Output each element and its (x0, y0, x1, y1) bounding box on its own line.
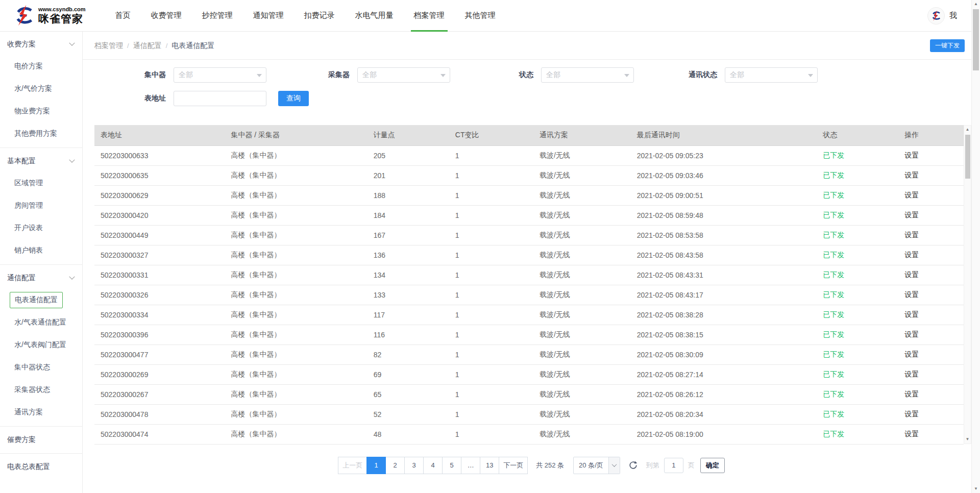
nav-tab[interactable]: 扣费记录 (301, 0, 338, 32)
status-badge: 已下发 (817, 225, 898, 245)
collector-select[interactable]: 全部 (357, 67, 450, 83)
settings-link[interactable]: 设置 (898, 205, 964, 225)
avatar-lightning-icon (930, 10, 942, 21)
settings-link[interactable]: 设置 (898, 265, 964, 285)
sidebar-divider (0, 264, 82, 265)
breadcrumb-item[interactable]: 通信配置 (133, 41, 162, 50)
table-cell: 502203000267 (94, 384, 225, 404)
settings-link[interactable]: 设置 (898, 325, 964, 344)
settings-link[interactable]: 设置 (898, 225, 964, 245)
sidebar-item[interactable]: 销户销表 (0, 239, 82, 262)
table-row: 502203000327高楼（集中器）1361载波/无线2021-02-05 0… (94, 245, 964, 265)
page-button[interactable]: 2 (385, 457, 405, 474)
app-logo: www.csyndb.com 咪雀管家 (13, 5, 86, 27)
settings-link[interactable]: 设置 (898, 424, 964, 444)
dispatch-all-button[interactable]: 一键下发 (930, 39, 965, 52)
scroll-up-icon[interactable]: ▲ (964, 126, 971, 134)
avatar[interactable] (927, 7, 945, 24)
sidebar-group[interactable]: 通信配置 (0, 267, 82, 289)
sidebar-item[interactable]: 电表通信配置 (0, 289, 82, 311)
nav-tab[interactable]: 水电气用量 (352, 0, 397, 32)
meter-address-input[interactable] (174, 91, 266, 106)
user-area[interactable]: 我 (927, 7, 957, 24)
sidebar-item[interactable]: 物业费方案 (0, 100, 82, 122)
settings-link[interactable]: 设置 (898, 165, 964, 185)
table-cell: 1 (449, 265, 533, 285)
settings-link[interactable]: 设置 (898, 404, 964, 424)
nav-tab[interactable]: 其他管理 (462, 0, 499, 32)
table-cell: 82 (368, 344, 449, 364)
sidebar-group[interactable]: 电表总表配置 (0, 456, 82, 478)
sidebar-group[interactable]: 催费方案 (0, 429, 82, 451)
scrollbar-thumb[interactable] (965, 135, 970, 179)
breadcrumb-item: 电表通信配置 (172, 41, 214, 50)
table-header-cell: 状态 (817, 125, 898, 145)
settings-link[interactable]: 设置 (898, 145, 964, 165)
table-row: 502203000478高楼（集中器）521载波/无线2021-02-05 08… (94, 404, 964, 424)
table-cell: 载波/无线 (533, 344, 631, 364)
table-header-cell: 最后通讯时间 (631, 125, 817, 145)
sidebar-item[interactable]: 房间管理 (0, 194, 82, 217)
sidebar-item[interactable]: 其他费用方案 (0, 122, 82, 145)
breadcrumb-item[interactable]: 档案管理 (94, 41, 123, 50)
nav-tab[interactable]: 档案管理 (411, 0, 448, 32)
page-button[interactable]: 1 (366, 457, 386, 474)
page-button[interactable]: 5 (442, 457, 461, 474)
sidebar-item[interactable]: 水/气表阀门配置 (0, 334, 82, 356)
table-scrollbar[interactable]: ▲ ▼ (964, 125, 971, 444)
page-size-select[interactable]: 20 条/页 (573, 457, 620, 474)
table-cell: 载波/无线 (533, 325, 631, 344)
sidebar-item[interactable]: 集中器状态 (0, 356, 82, 379)
logo-lightning-icon (13, 5, 35, 27)
sidebar-group[interactable]: 基本配置 (0, 151, 82, 172)
scroll-up-icon[interactable]: ▲ (972, 0, 980, 8)
sidebar-item[interactable]: 水/气价方案 (0, 78, 82, 100)
page-button[interactable]: 4 (423, 457, 443, 474)
settings-link[interactable]: 设置 (898, 285, 964, 305)
status-badge: 已下发 (817, 364, 898, 384)
scroll-down-icon[interactable]: ▼ (964, 435, 971, 443)
settings-link[interactable]: 设置 (898, 364, 964, 384)
table-cell: 高楼（集中器） (225, 165, 367, 185)
settings-link[interactable]: 设置 (898, 245, 964, 265)
page-button[interactable]: 13 (480, 457, 499, 474)
comm-status-select[interactable]: 全部 (725, 67, 818, 83)
table-cell: 2021-02-05 09:00:51 (631, 185, 817, 205)
scroll-down-icon[interactable]: ▼ (972, 485, 980, 493)
sidebar-item[interactable]: 开户设表 (0, 217, 82, 239)
nav-tab[interactable]: 首页 (112, 0, 134, 32)
sidebar-item[interactable]: 区域管理 (0, 172, 82, 194)
concentrator-select[interactable]: 全部 (174, 67, 266, 83)
search-button[interactable]: 查询 (278, 91, 309, 106)
sidebar-divider (0, 426, 82, 427)
nav-tab[interactable]: 通知管理 (250, 0, 287, 32)
table-cell: 502203000635 (94, 165, 225, 185)
settings-link[interactable]: 设置 (898, 305, 964, 325)
scrollbar-thumb[interactable] (973, 9, 979, 70)
table-cell: 载波/无线 (533, 265, 631, 285)
page-scrollbar[interactable]: ▲ ▼ (971, 0, 980, 493)
refresh-icon[interactable] (628, 460, 638, 470)
sidebar-item[interactable]: 电价方案 (0, 55, 82, 78)
confirm-button[interactable]: 确定 (700, 458, 725, 473)
goto-page-input[interactable] (664, 458, 683, 473)
next-page-button[interactable]: 下一页 (499, 457, 528, 474)
page-size-arrow-icon (608, 457, 620, 474)
settings-link[interactable]: 设置 (898, 384, 964, 404)
nav-tab[interactable]: 收费管理 (148, 0, 185, 32)
sidebar-item[interactable]: 通讯方案 (0, 401, 82, 424)
logo-text: www.csyndb.com 咪雀管家 (38, 6, 86, 25)
settings-link[interactable]: 设置 (898, 185, 964, 205)
table-cell: 205 (368, 145, 449, 165)
table-cell: 502203000327 (94, 245, 225, 265)
sidebar-item[interactable]: 水/气表通信配置 (0, 311, 82, 334)
nav-tab[interactable]: 抄控管理 (199, 0, 236, 32)
settings-link[interactable]: 设置 (898, 344, 964, 364)
table-cell: 1 (449, 205, 533, 225)
status-badge: 已下发 (817, 285, 898, 305)
table-cell: 502203000396 (94, 325, 225, 344)
page-button[interactable]: 3 (404, 457, 424, 474)
sidebar-group[interactable]: 收费方案 (0, 34, 82, 55)
sidebar-item[interactable]: 采集器状态 (0, 379, 82, 401)
status-select[interactable]: 全部 (541, 67, 634, 83)
